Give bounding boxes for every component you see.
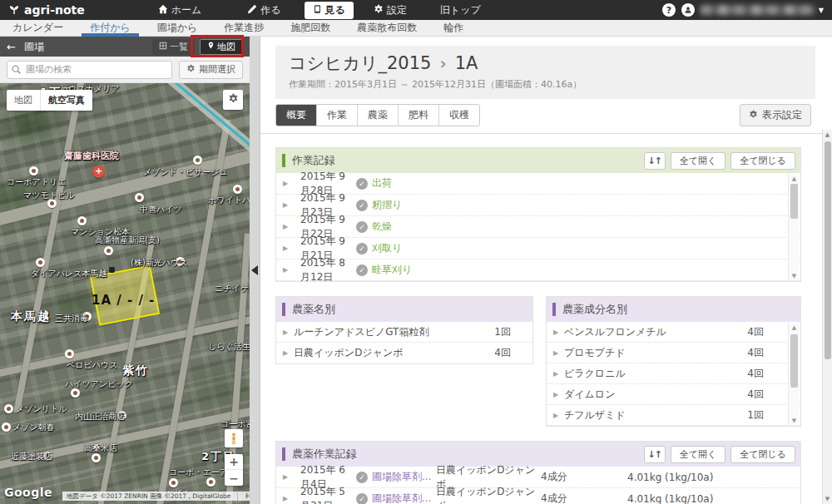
panel-accent [282, 303, 285, 316]
sort-button[interactable]: ↓↑ [644, 152, 666, 170]
expand-caret-icon[interactable]: ▶ [283, 495, 290, 502]
map-type-satellite-button[interactable]: 航空写真 [40, 90, 92, 111]
zoom-out-button[interactable]: − [225, 470, 243, 486]
tab-overview[interactable]: 概要 [276, 105, 316, 126]
tab-work[interactable]: 作業 [316, 105, 357, 126]
zoom-in-button[interactable]: + [225, 454, 243, 470]
map-type-map-button[interactable]: 地図 [7, 90, 40, 111]
work-type-link[interactable]: 畦草刈り [372, 263, 412, 277]
scroll-down-icon[interactable]: ▼ [823, 494, 832, 504]
expand-caret-icon[interactable]: ▶ [283, 349, 290, 357]
panel-title: 作業記録 [292, 153, 335, 168]
list-scrollbar[interactable]: ▲ ▼ [788, 174, 800, 280]
user-menu[interactable]: ▼ [701, 5, 824, 15]
field-search-input[interactable] [7, 61, 172, 79]
open-all-button[interactable]: 全て開く [671, 152, 726, 170]
expand-caret-icon[interactable]: ▶ [553, 329, 560, 336]
breadcrumb-planting[interactable]: コシヒカリ_2015 [289, 52, 431, 74]
component-name: チフルザミド [564, 408, 626, 422]
nav-old-top[interactable]: 旧トップ [440, 3, 481, 17]
expand-caret-icon[interactable]: ▶ [553, 391, 560, 398]
main-scrollbar[interactable]: ▲ ▼ [822, 130, 832, 504]
expand-caret-icon[interactable]: ▶ [283, 245, 290, 252]
back-button[interactable]: ← [7, 41, 16, 53]
subnav-spray-count[interactable]: 農薬散布回数 [357, 20, 417, 37]
expand-caret-icon[interactable]: ▶ [283, 223, 290, 230]
map-canvas[interactable]: 1A / - / - 1丁目 本馬越 紫竹 2丁目 齋藤歯科医院 ハウスカメリア… [0, 83, 250, 504]
map-poi-label: 三共消毒 [55, 313, 88, 324]
subnav-fertilizing-count[interactable]: 施肥回数 [290, 20, 330, 37]
expand-caret-icon[interactable]: ▶ [283, 473, 290, 481]
scroll-up-icon[interactable]: ▲ [789, 323, 800, 332]
work-type-link[interactable]: 刈取り [372, 241, 402, 255]
map-poi-box [109, 267, 115, 273]
map-view-button[interactable]: 地図 [200, 39, 243, 55]
pesticide-work-link[interactable]: 圃場除草剤... [372, 470, 432, 484]
expand-caret-icon[interactable]: ▶ [283, 329, 290, 336]
sort-button[interactable]: ↓↑ [644, 446, 666, 463]
expand-caret-icon[interactable]: ▶ [283, 180, 290, 187]
sidebar-title: 圃場 [24, 40, 44, 54]
sidebar-collapse-handle[interactable] [250, 37, 260, 504]
subnav-rotation[interactable]: 輪作 [443, 20, 463, 37]
nav-create[interactable]: 作る [247, 3, 280, 17]
pesticide-component-row[interactable]: ▶ ダイムロン 4回 [547, 384, 800, 405]
pesticide-work-row: ▶ 2015年 6月4日 ✓ 圃場除草剤... 日農イッポンDジャンボ 4成分 … [276, 467, 800, 488]
period-select-button[interactable]: 期間選択 [179, 61, 243, 79]
close-all-button[interactable]: 全て閉じる [730, 446, 795, 463]
panel-accent [282, 154, 285, 167]
map-settings-button[interactable] [223, 90, 243, 110]
pesticide-name-row[interactable]: ▶ 日農イッポンDジャンボ 4回 [276, 343, 532, 363]
list-view-button[interactable]: 一覧 [152, 39, 195, 55]
expand-caret-icon[interactable]: ▶ [553, 349, 560, 357]
map-poi-marker [65, 349, 74, 358]
expand-caret-icon[interactable]: ▶ [283, 266, 290, 274]
tab-fertilizer[interactable]: 肥料 [398, 105, 438, 126]
scroll-down-icon[interactable]: ▼ [789, 416, 800, 425]
user-avatar[interactable] [681, 3, 695, 17]
subnav-by-planting[interactable]: 作付から [82, 20, 139, 37]
scroll-thumb[interactable] [790, 334, 798, 388]
pesticide-component-row[interactable]: ▶ ベンスルフロンメチル 4回 [547, 322, 800, 343]
help-button[interactable]: ? [662, 3, 676, 17]
pesticide-component-row[interactable]: ▶ チフルザミド 1回 [547, 405, 800, 426]
subnav-by-field[interactable]: 圃場から [157, 20, 198, 37]
nav-view-active[interactable]: 見る [305, 2, 354, 19]
pesticide-component-row[interactable]: ▶ ブロモブチド 4回 [547, 343, 800, 363]
work-type-link[interactable]: 出荷 [372, 176, 392, 190]
terms-link[interactable]: 利用規約 [237, 492, 250, 501]
scroll-thumb[interactable] [825, 141, 831, 359]
subnav-work-progress[interactable]: 作業進捗 [224, 20, 264, 37]
list-scrollbar[interactable]: ▲ ▼ [788, 323, 800, 425]
scroll-thumb[interactable] [790, 184, 798, 219]
map-poi-marker [104, 246, 113, 255]
pesticide-component-row[interactable]: ▶ ピラクロニル 4回 [547, 363, 800, 384]
work-record-row: ▶ 2015年 8月12日 ✓ 畦草刈り [276, 259, 800, 281]
tab-harvest[interactable]: 収穫 [438, 105, 479, 126]
close-all-button[interactable]: 全て閉じる [730, 152, 795, 170]
work-type-link[interactable]: 籾摺り [372, 198, 402, 212]
component-count: 4回 [747, 388, 785, 402]
open-all-button[interactable]: 全て開く [671, 446, 726, 463]
home-icon [158, 4, 168, 17]
expand-caret-icon[interactable]: ▶ [283, 201, 290, 209]
map-poi-label: メゾンド・ビサージュ [143, 166, 228, 178]
work-type-link[interactable]: 乾燥 [372, 220, 392, 234]
nav-home[interactable]: ホーム [158, 3, 202, 17]
pesticide-name-row[interactable]: ▶ ルーチンアドスピノGT箱粒剤 1回 [276, 322, 532, 343]
expand-caret-icon[interactable]: ▶ [553, 370, 560, 378]
map-poi-label: しらぐ活生 [208, 341, 250, 353]
nav-settings[interactable]: 設定 [374, 3, 407, 17]
scroll-up-icon[interactable]: ▲ [823, 130, 832, 140]
scroll-up-icon[interactable]: ▲ [789, 174, 800, 183]
tab-pesticide[interactable]: 農薬 [357, 105, 398, 126]
scroll-down-icon[interactable]: ▼ [789, 271, 800, 280]
street-view-pegman[interactable] [225, 429, 243, 447]
subnav-calendar[interactable]: カレンダー [12, 20, 63, 37]
component-count: 4回 [747, 346, 785, 360]
check-circle-icon: ✓ [356, 472, 368, 483]
expand-caret-icon[interactable]: ▶ [553, 412, 560, 419]
component-count: 1回 [747, 408, 785, 422]
pesticide-work-link[interactable]: 圃場除草剤... [372, 492, 432, 504]
display-settings-button[interactable]: 表示設定 [740, 104, 811, 126]
